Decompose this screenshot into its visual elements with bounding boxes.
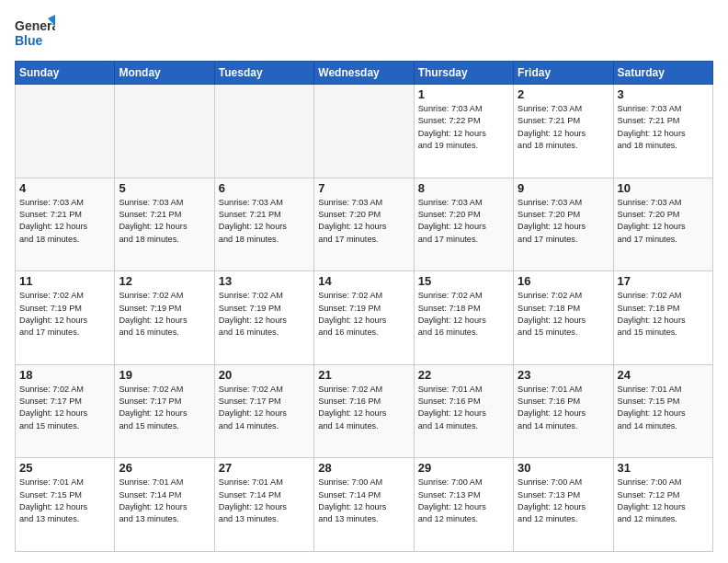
calendar-week-1: 1Sunrise: 7:03 AMSunset: 7:22 PMDaylight… (16, 85, 713, 178)
day-info: Sunrise: 7:02 AMSunset: 7:16 PMDaylight:… (318, 384, 409, 432)
day-number: 5 (119, 181, 210, 195)
day-number: 26 (119, 461, 210, 475)
calendar-week-3: 11Sunrise: 7:02 AMSunset: 7:19 PMDayligh… (16, 271, 713, 365)
calendar-header-friday: Friday (514, 62, 613, 85)
day-info: Sunrise: 7:01 AMSunset: 7:16 PMDaylight:… (418, 384, 509, 432)
calendar-cell: 19Sunrise: 7:02 AMSunset: 7:17 PMDayligh… (115, 364, 214, 458)
day-number: 7 (318, 181, 409, 195)
calendar-cell: 8Sunrise: 7:03 AMSunset: 7:20 PMDaylight… (414, 178, 513, 271)
calendar-cell: 30Sunrise: 7:00 AMSunset: 7:13 PMDayligh… (514, 458, 613, 552)
calendar-cell: 26Sunrise: 7:01 AMSunset: 7:14 PMDayligh… (115, 458, 214, 552)
day-info: Sunrise: 7:03 AMSunset: 7:20 PMDaylight:… (518, 197, 609, 246)
svg-text:Blue: Blue (15, 33, 43, 48)
day-number: 29 (418, 461, 509, 475)
day-number: 16 (518, 274, 609, 288)
calendar-header-tuesday: Tuesday (214, 62, 313, 85)
calendar-header-row: SundayMondayTuesdayWednesdayThursdayFrid… (16, 62, 713, 85)
day-number: 12 (119, 274, 210, 288)
day-info: Sunrise: 7:00 AMSunset: 7:13 PMDaylight:… (418, 477, 509, 525)
calendar-cell: 31Sunrise: 7:00 AMSunset: 7:12 PMDayligh… (613, 458, 712, 552)
day-number: 19 (119, 368, 210, 382)
day-info: Sunrise: 7:01 AMSunset: 7:16 PMDaylight:… (518, 384, 609, 432)
day-number: 13 (219, 274, 310, 288)
calendar-cell: 29Sunrise: 7:00 AMSunset: 7:13 PMDayligh… (414, 458, 513, 552)
day-info: Sunrise: 7:03 AMSunset: 7:21 PMDaylight:… (618, 103, 709, 152)
day-number: 3 (618, 87, 709, 101)
calendar-cell: 20Sunrise: 7:02 AMSunset: 7:17 PMDayligh… (214, 364, 313, 458)
calendar-cell: 12Sunrise: 7:02 AMSunset: 7:19 PMDayligh… (115, 271, 214, 365)
day-number: 6 (219, 181, 310, 195)
day-number: 4 (19, 181, 110, 195)
day-info: Sunrise: 7:03 AMSunset: 7:22 PMDaylight:… (418, 103, 509, 152)
day-number: 22 (418, 368, 509, 382)
day-number: 30 (518, 461, 609, 475)
day-info: Sunrise: 7:02 AMSunset: 7:17 PMDaylight:… (119, 384, 210, 432)
day-info: Sunrise: 7:00 AMSunset: 7:13 PMDaylight:… (518, 477, 609, 525)
day-info: Sunrise: 7:02 AMSunset: 7:19 PMDaylight:… (219, 290, 310, 339)
calendar-cell: 9Sunrise: 7:03 AMSunset: 7:20 PMDaylight… (514, 178, 613, 271)
calendar-cell: 5Sunrise: 7:03 AMSunset: 7:21 PMDaylight… (115, 178, 214, 271)
calendar-week-2: 4Sunrise: 7:03 AMSunset: 7:21 PMDaylight… (16, 178, 713, 271)
day-info: Sunrise: 7:03 AMSunset: 7:20 PMDaylight:… (418, 197, 509, 246)
calendar-cell (314, 85, 414, 178)
calendar-cell (115, 85, 214, 178)
calendar-cell: 17Sunrise: 7:02 AMSunset: 7:18 PMDayligh… (613, 271, 712, 365)
calendar-header-sunday: Sunday (16, 62, 115, 85)
calendar-header-monday: Monday (115, 62, 214, 85)
calendar-cell: 7Sunrise: 7:03 AMSunset: 7:20 PMDaylight… (314, 178, 414, 271)
day-info: Sunrise: 7:03 AMSunset: 7:20 PMDaylight:… (318, 197, 409, 246)
day-info: Sunrise: 7:03 AMSunset: 7:21 PMDaylight:… (19, 197, 110, 246)
day-number: 15 (418, 274, 509, 288)
day-info: Sunrise: 7:03 AMSunset: 7:21 PMDaylight:… (518, 103, 609, 152)
day-number: 2 (518, 87, 609, 101)
calendar-cell: 4Sunrise: 7:03 AMSunset: 7:21 PMDaylight… (16, 178, 115, 271)
day-number: 23 (518, 368, 609, 382)
calendar-cell: 6Sunrise: 7:03 AMSunset: 7:21 PMDaylight… (214, 178, 313, 271)
calendar-cell: 24Sunrise: 7:01 AMSunset: 7:15 PMDayligh… (613, 364, 712, 458)
calendar-cell: 14Sunrise: 7:02 AMSunset: 7:19 PMDayligh… (314, 271, 414, 365)
day-number: 11 (19, 274, 110, 288)
day-info: Sunrise: 7:02 AMSunset: 7:17 PMDaylight:… (219, 384, 310, 432)
day-number: 28 (318, 461, 409, 475)
calendar-cell: 25Sunrise: 7:01 AMSunset: 7:15 PMDayligh… (16, 458, 115, 552)
day-number: 10 (618, 181, 709, 195)
calendar-header-wednesday: Wednesday (314, 62, 414, 85)
day-info: Sunrise: 7:00 AMSunset: 7:12 PMDaylight:… (618, 477, 709, 525)
calendar-cell: 10Sunrise: 7:03 AMSunset: 7:20 PMDayligh… (613, 178, 712, 271)
day-info: Sunrise: 7:03 AMSunset: 7:20 PMDaylight:… (618, 197, 709, 246)
calendar-cell: 3Sunrise: 7:03 AMSunset: 7:21 PMDaylight… (613, 85, 712, 178)
calendar-cell: 28Sunrise: 7:00 AMSunset: 7:14 PMDayligh… (314, 458, 414, 552)
calendar-cell: 22Sunrise: 7:01 AMSunset: 7:16 PMDayligh… (414, 364, 513, 458)
day-number: 21 (318, 368, 409, 382)
day-info: Sunrise: 7:03 AMSunset: 7:21 PMDaylight:… (219, 197, 310, 246)
day-info: Sunrise: 7:02 AMSunset: 7:17 PMDaylight:… (19, 384, 110, 432)
calendar-cell: 21Sunrise: 7:02 AMSunset: 7:16 PMDayligh… (314, 364, 414, 458)
day-info: Sunrise: 7:01 AMSunset: 7:14 PMDaylight:… (219, 477, 310, 525)
calendar: SundayMondayTuesdayWednesdayThursdayFrid… (15, 61, 713, 552)
calendar-cell (16, 85, 115, 178)
calendar-header-saturday: Saturday (613, 62, 712, 85)
day-number: 14 (318, 274, 409, 288)
calendar-cell (214, 85, 313, 178)
calendar-cell: 27Sunrise: 7:01 AMSunset: 7:14 PMDayligh… (214, 458, 313, 552)
day-info: Sunrise: 7:03 AMSunset: 7:21 PMDaylight:… (119, 197, 210, 246)
calendar-header-thursday: Thursday (414, 62, 513, 85)
day-number: 17 (618, 274, 709, 288)
calendar-cell: 18Sunrise: 7:02 AMSunset: 7:17 PMDayligh… (16, 364, 115, 458)
logo: General Blue (15, 15, 55, 52)
calendar-week-4: 18Sunrise: 7:02 AMSunset: 7:17 PMDayligh… (16, 364, 713, 458)
day-number: 9 (518, 181, 609, 195)
calendar-cell: 16Sunrise: 7:02 AMSunset: 7:18 PMDayligh… (514, 271, 613, 365)
day-info: Sunrise: 7:02 AMSunset: 7:19 PMDaylight:… (19, 290, 110, 339)
calendar-week-5: 25Sunrise: 7:01 AMSunset: 7:15 PMDayligh… (16, 458, 713, 552)
calendar-cell: 2Sunrise: 7:03 AMSunset: 7:21 PMDaylight… (514, 85, 613, 178)
day-info: Sunrise: 7:01 AMSunset: 7:14 PMDaylight:… (119, 477, 210, 525)
day-number: 31 (618, 461, 709, 475)
calendar-cell: 23Sunrise: 7:01 AMSunset: 7:16 PMDayligh… (514, 364, 613, 458)
logo-svg: General Blue (15, 15, 55, 52)
day-info: Sunrise: 7:02 AMSunset: 7:19 PMDaylight:… (119, 290, 210, 339)
day-info: Sunrise: 7:02 AMSunset: 7:19 PMDaylight:… (318, 290, 409, 339)
day-number: 24 (618, 368, 709, 382)
day-info: Sunrise: 7:01 AMSunset: 7:15 PMDaylight:… (618, 384, 709, 432)
day-number: 18 (19, 368, 110, 382)
